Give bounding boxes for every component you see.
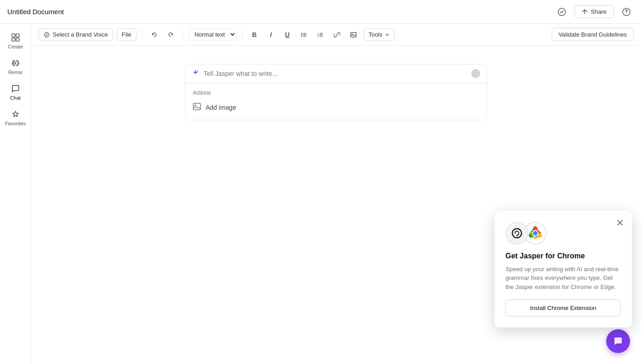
numbered-list-button[interactable]: 1. 2. 3. — [314, 28, 327, 41]
ai-prompt-bar: Actions Add image — [185, 64, 487, 120]
svg-point-24 — [512, 229, 521, 238]
jasper-logo-svg — [511, 227, 523, 240]
svg-rect-4 — [16, 34, 19, 37]
ai-prompt-input[interactable] — [204, 70, 467, 77]
create-icon — [11, 33, 20, 42]
svg-text:3.: 3. — [317, 35, 319, 37]
brand-voice-button[interactable]: Select a Brand Voice — [38, 28, 113, 41]
close-icon — [617, 219, 623, 226]
actions-label: Actions — [185, 87, 487, 99]
install-chrome-extension-button[interactable]: Install Chrome Extension — [505, 300, 621, 316]
chat-fab-button[interactable] — [606, 329, 630, 353]
svg-point-33 — [533, 231, 538, 236]
svg-point-25 — [516, 235, 517, 236]
image-add-icon — [193, 102, 201, 111]
actions-dropdown: Actions Add image — [185, 83, 487, 120]
svg-point-2 — [626, 13, 627, 14]
underline-button[interactable]: U — [281, 28, 294, 41]
bullet-list-icon — [301, 32, 307, 38]
svg-point-8 — [301, 32, 302, 33]
sparkle-svg — [192, 69, 199, 76]
undo-button[interactable] — [148, 28, 161, 41]
ai-prompt-input-row — [185, 64, 487, 83]
svg-rect-3 — [12, 34, 15, 37]
jasper-logo-icon — [505, 222, 528, 245]
ai-prompt-submit[interactable] — [471, 69, 480, 78]
sparkle-icon — [192, 69, 199, 78]
redo-icon — [168, 32, 174, 38]
check-status-button[interactable] — [554, 5, 569, 19]
editor-toolbar: Select a Brand Voice File Normal t — [31, 24, 641, 46]
chat-icon — [11, 84, 20, 93]
chrome-logo-svg — [528, 226, 543, 241]
sidebar-item-create[interactable]: Create — [3, 29, 28, 53]
popup-description: Speed up your writing with AI and real-t… — [505, 265, 621, 292]
file-button[interactable]: File — [117, 28, 136, 41]
svg-point-23 — [195, 105, 196, 106]
help-icon — [622, 8, 630, 16]
sidebar: Create Remix Chat Favorites — [0, 24, 31, 364]
bullet-list-button[interactable] — [298, 28, 310, 41]
remix-icon — [11, 59, 20, 68]
share-icon — [581, 9, 588, 15]
app-header: Untitled Document Share — [0, 0, 641, 24]
sidebar-item-favorites[interactable]: Favorites — [3, 106, 28, 130]
svg-point-10 — [301, 35, 302, 36]
chevron-down-icon — [385, 32, 390, 37]
editor-inner: Actions Add image — [185, 64, 487, 346]
chat-fab-icon — [613, 336, 623, 346]
italic-button[interactable]: I — [265, 28, 277, 41]
svg-point-9 — [301, 34, 302, 35]
content-area: Select a Brand Voice File Normal t — [31, 24, 641, 364]
svg-point-0 — [558, 8, 565, 16]
link-button[interactable] — [331, 28, 343, 41]
image-button[interactable] — [347, 28, 360, 41]
sidebar-item-remix[interactable]: Remix — [3, 55, 28, 79]
toolbar-divider-2 — [183, 30, 183, 39]
chrome-extension-popup: Get Jasper for Chrome Speed up your writ… — [494, 211, 632, 328]
undo-icon — [151, 32, 158, 38]
popup-title: Get Jasper for Chrome — [505, 252, 621, 260]
favorites-icon — [11, 110, 20, 119]
add-image-label: Add image — [206, 104, 236, 111]
add-image-action[interactable]: Add image — [185, 99, 487, 116]
toolbar-divider-1 — [142, 30, 142, 39]
document-title: Untitled Document — [7, 8, 554, 16]
svg-rect-6 — [16, 38, 19, 41]
popup-close-button[interactable] — [614, 216, 626, 229]
numbered-list-icon: 1. 2. 3. — [317, 32, 324, 38]
redo-button[interactable] — [164, 28, 177, 41]
image-icon — [350, 32, 357, 38]
help-button[interactable] — [619, 5, 634, 19]
sidebar-item-chat[interactable]: Chat — [3, 80, 28, 104]
bold-button[interactable]: B — [248, 28, 261, 41]
svg-rect-5 — [12, 38, 15, 41]
header-actions: Share — [554, 5, 634, 19]
add-image-icon — [193, 102, 201, 112]
brand-voice-icon — [43, 32, 50, 38]
check-circle-icon — [558, 8, 566, 16]
main-layout: Create Remix Chat Favorites — [0, 24, 641, 364]
svg-rect-22 — [193, 103, 201, 110]
text-style-select[interactable]: Normal text — [189, 28, 237, 41]
link-icon — [334, 32, 340, 38]
validate-brand-guidelines-button[interactable]: Validate Brand Guidelines — [552, 28, 634, 41]
toolbar-divider-3 — [242, 30, 243, 39]
popup-icons-row — [505, 222, 621, 245]
tools-button[interactable]: Tools — [364, 28, 395, 41]
share-button[interactable]: Share — [575, 5, 614, 18]
